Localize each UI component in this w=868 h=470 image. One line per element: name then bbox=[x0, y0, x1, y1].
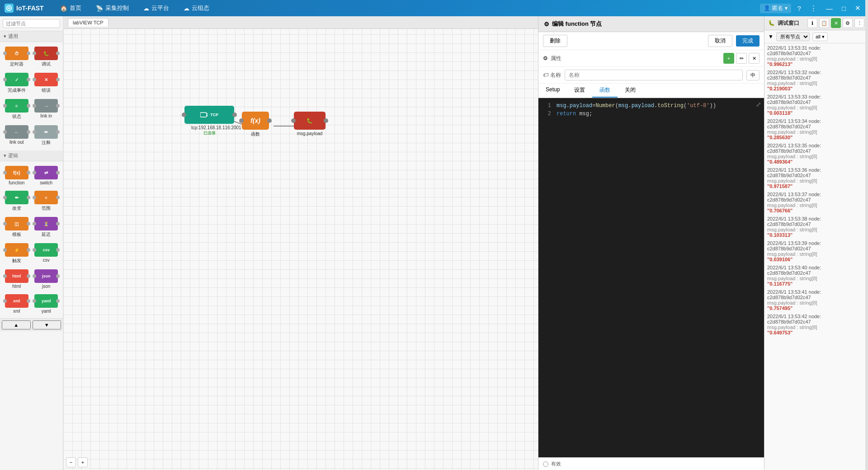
expand-icon[interactable]: ⤢ bbox=[756, 101, 761, 108]
help-button[interactable]: ? bbox=[795, 3, 804, 14]
node-html-box: html bbox=[5, 269, 28, 283]
node-xml-label: xml bbox=[13, 309, 20, 314]
debug-message-item: 2022/6/1 13:53:36 node: c2d878b9d7d02c47… bbox=[767, 167, 865, 189]
minimize-button[interactable]: — bbox=[823, 3, 835, 14]
node-yaml[interactable]: yaml yaml bbox=[32, 291, 61, 316]
debug-copy-button[interactable]: 📋 bbox=[819, 18, 829, 28]
node-complete[interactable]: ✓ 完成事件 bbox=[2, 70, 32, 96]
node-timer-label: 定时器 bbox=[10, 61, 24, 67]
node-timer[interactable]: ⏱ 定时器 bbox=[2, 44, 32, 70]
sidebar-bottom-next[interactable]: ▼ bbox=[33, 320, 61, 329]
node-json[interactable]: json json bbox=[32, 267, 61, 291]
gear-icon: ⚙ bbox=[544, 21, 549, 28]
node-linkin[interactable]: → link in bbox=[32, 96, 61, 122]
zoom-out-button[interactable]: − bbox=[66, 457, 76, 467]
debug-more-button[interactable]: ⋮ bbox=[854, 18, 864, 28]
tcp-node-icon-label: TCP bbox=[210, 113, 218, 117]
debug-msg-type: msg.payload : string[8] bbox=[767, 251, 817, 257]
props-delete-button[interactable]: ✕ bbox=[749, 53, 760, 64]
filter-all-button[interactable]: all ▾ bbox=[812, 33, 828, 41]
tab-close[interactable]: 关闭 bbox=[618, 84, 643, 98]
debug-message-item: 2022/6/1 13:53:33 node: c2d878b9d7d02c47… bbox=[767, 94, 865, 116]
section-logic-title: ▾ 逻辑 bbox=[0, 150, 63, 161]
user-dropdown-icon: ▾ bbox=[785, 5, 788, 11]
tcp-node-box: TCP bbox=[184, 106, 234, 124]
node-csv[interactable]: csv csv bbox=[32, 240, 61, 267]
editor-footer: 有效 bbox=[538, 457, 764, 470]
lang-button[interactable]: 中 bbox=[746, 70, 760, 80]
app-brand: IoT-FAST bbox=[5, 4, 44, 13]
nav-cloud[interactable]: ☁ 云平台 bbox=[136, 0, 176, 16]
node-linkout[interactable]: ← link out bbox=[2, 122, 32, 149]
nav-home[interactable]: 🏠 首页 bbox=[53, 0, 89, 16]
node-html[interactable]: html html bbox=[2, 267, 32, 291]
editor-toolbar: 删除 取消 完成 bbox=[538, 32, 764, 50]
canvas-tab[interactable]: labVIEW TCP bbox=[68, 18, 108, 27]
editor-title: 编辑 function 节点 bbox=[552, 20, 602, 28]
node-csv-box: csv bbox=[34, 243, 58, 257]
tab-function[interactable]: 函数 bbox=[592, 84, 618, 98]
debug-node-label: msg.payload bbox=[297, 131, 323, 136]
node-delay[interactable]: ⏳ 延迟 bbox=[32, 214, 61, 240]
canvas-body[interactable]: TCP tcp:192.168.18.116:2001 已连接 f(x) 函数 … bbox=[63, 29, 538, 470]
node-status[interactable]: ≡ 状态 bbox=[2, 96, 32, 122]
node-csv-label: csv bbox=[43, 258, 50, 263]
canvas-bottom-controls: − + bbox=[66, 457, 88, 467]
props-edit-button[interactable]: ✏ bbox=[736, 53, 747, 64]
flow-node-tcp[interactable]: TCP tcp:192.168.18.116:2001 已连接 bbox=[184, 106, 234, 136]
user-label: 匿名 bbox=[772, 5, 783, 12]
close-button[interactable]: ✕ bbox=[852, 2, 863, 14]
navbar: IoT-FAST 🏠 首页 📡 采集控制 ☁ 云平台 ☁ 云组态 👤 匿名 ▾ … bbox=[0, 0, 868, 16]
debug-message-item: 2022/6/1 13:53:42 node: c2d878b9d7d02c47… bbox=[767, 314, 865, 335]
node-json-box: json bbox=[34, 269, 58, 283]
user-icon: 👤 bbox=[764, 5, 770, 11]
search-input[interactable] bbox=[3, 19, 60, 28]
tab-setup[interactable]: Setup bbox=[538, 84, 567, 98]
node-template[interactable]: ◫ 模板 bbox=[2, 214, 32, 240]
app-title: IoT-FAST bbox=[16, 5, 44, 12]
resize-handle[interactable] bbox=[865, 0, 868, 470]
debug-info-button[interactable]: ℹ bbox=[807, 18, 817, 28]
sidebar-bottom-prev[interactable]: ▲ bbox=[2, 320, 31, 329]
debug-msg-time: 2022/6/1 13:53:37 bbox=[767, 192, 807, 197]
nav-collect[interactable]: 📡 采集控制 bbox=[89, 0, 136, 16]
maximize-button[interactable]: □ bbox=[839, 3, 849, 14]
settings-button[interactable]: ⋮ bbox=[807, 2, 820, 14]
user-menu[interactable]: 👤 匿名 ▾ bbox=[760, 4, 791, 13]
debug-settings-button[interactable]: ⚙ bbox=[843, 18, 853, 28]
node-function[interactable]: f(x) function bbox=[2, 163, 32, 188]
node-switch[interactable]: ⇌ switch bbox=[32, 163, 61, 188]
zoom-in-button[interactable]: + bbox=[78, 457, 88, 467]
node-trigger[interactable]: ⚡ 触发 bbox=[2, 240, 32, 267]
delete-button[interactable]: 删除 bbox=[543, 35, 567, 47]
debug-title: 调试窗口 bbox=[778, 19, 799, 27]
flow-node-function[interactable]: f(x) 函数 bbox=[242, 112, 269, 137]
flow-node-debug[interactable]: 🐛 msg.payload bbox=[294, 112, 326, 136]
props-add-button[interactable]: + bbox=[723, 53, 734, 64]
editor-header: ⚙ 编辑 function 节点 bbox=[538, 16, 764, 32]
debug-msg-time: 2022/6/1 13:53:40 bbox=[767, 265, 807, 270]
tcp-node-label: tcp:192.168.18.116:2001 bbox=[191, 125, 227, 130]
tab-settings[interactable]: 设置 bbox=[567, 84, 592, 98]
debug-header: 🐛 调试窗口 ℹ 📋 ✕ ⚙ ⋮ bbox=[764, 16, 868, 30]
node-delay-label: 延迟 bbox=[42, 231, 51, 238]
debug-msg-type: msg.payload : string[8] bbox=[767, 324, 817, 330]
filter-select[interactable]: 所有节点 bbox=[776, 32, 810, 41]
code-editor[interactable]: ⤢ 1 msg.payload=Number(msg.payload.toStr… bbox=[538, 98, 764, 457]
name-row: 🏷 名称 中 bbox=[538, 67, 764, 84]
node-debug[interactable]: 🐛 调试 bbox=[32, 44, 61, 70]
debug-clear-button[interactable]: ✕ bbox=[831, 18, 841, 28]
node-error[interactable]: ✕ 错误 bbox=[32, 70, 61, 96]
node-range[interactable]: ≡ 范围 bbox=[32, 188, 61, 214]
done-button[interactable]: 完成 bbox=[736, 35, 760, 47]
nav-cloudstate[interactable]: ☁ 云组态 bbox=[176, 0, 217, 16]
debug-messages[interactable]: 2022/6/1 13:53:31 node: c2d878b9d7d02c47… bbox=[764, 43, 868, 470]
node-comment[interactable]: ✏ 注释 bbox=[32, 122, 61, 149]
nav-home-label: 首页 bbox=[70, 4, 81, 12]
node-change[interactable]: ✏ 改变 bbox=[2, 188, 32, 214]
debug-filter: ▼ 所有节点 all ▾ bbox=[764, 30, 868, 43]
cancel-button[interactable]: 取消 bbox=[708, 35, 732, 47]
node-xml[interactable]: xml xml bbox=[2, 291, 32, 316]
name-input[interactable] bbox=[565, 70, 743, 80]
logic-nodes: f(x) function ⇌ switch ✏ 改变 ≡ 范围 ◫ 模板 ⏳ … bbox=[0, 161, 63, 318]
